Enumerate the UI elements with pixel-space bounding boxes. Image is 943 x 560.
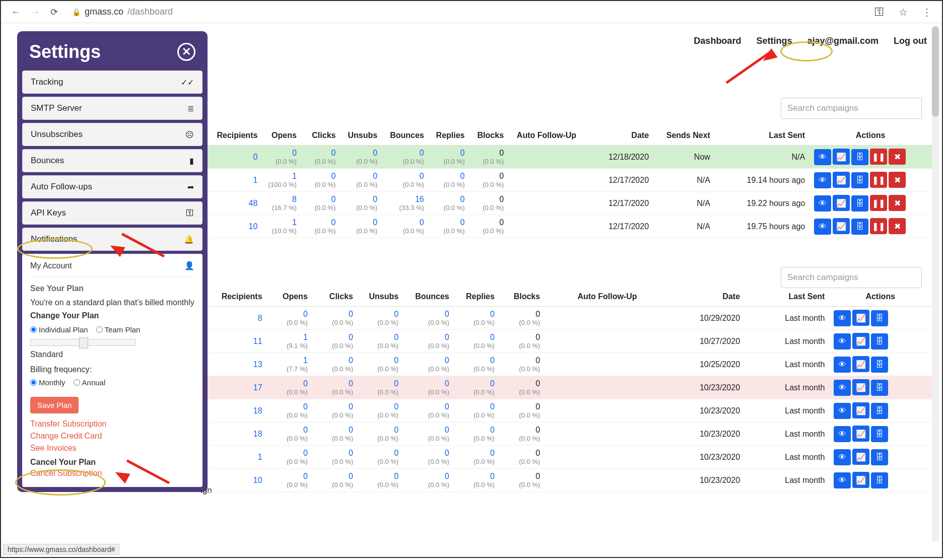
action-chart-icon[interactable]: 📈 xyxy=(833,195,850,211)
menu-icon[interactable]: ⋮ xyxy=(918,6,936,18)
action-delete-icon[interactable]: ✖ xyxy=(889,172,906,188)
my-account-section: My Account 👤 See Your Plan You're on a s… xyxy=(22,254,203,487)
nav-dashboard[interactable]: Dashboard xyxy=(694,36,741,46)
save-plan-button[interactable]: Save Plan xyxy=(30,397,79,413)
cancel-plan-head: Cancel Your Plan xyxy=(30,458,194,467)
action-chart-icon[interactable]: 📈 xyxy=(833,218,850,234)
settings-item-api-keys[interactable]: API Keys⚿ xyxy=(22,201,203,225)
action-pause-icon[interactable]: ❚❚ xyxy=(870,149,887,165)
plan-link-transfer-subscription[interactable]: Transfer Subscription xyxy=(30,419,194,429)
table-row[interactable]: 10(0.0 %)0(0.0 %)0(0.0 %)0(0.0 %)0(0.0 %… xyxy=(208,446,932,469)
search-campaigns-2[interactable]: Search campaigns xyxy=(781,267,922,288)
action-archive-icon[interactable]: 🗄 xyxy=(851,149,868,165)
annotation-circle-my-account xyxy=(17,239,93,259)
col-replies: Replies xyxy=(428,126,469,146)
action-eye-icon[interactable]: 👁 xyxy=(814,195,831,212)
table-row[interactable]: 170(0.0 %)0(0.0 %)0(0.0 %)0(0.0 %)0(0.0 … xyxy=(208,376,932,399)
action-archive-icon[interactable]: 🗄 xyxy=(871,472,888,488)
action-eye-icon[interactable]: 👁 xyxy=(834,426,851,442)
settings-item-icon: ⚿ xyxy=(186,208,194,218)
table-row[interactable]: 111(9.1 %)0(0.0 %)0(0.0 %)0(0.0 %)0(0.0 … xyxy=(208,330,932,353)
action-archive-icon[interactable]: 🗄 xyxy=(871,403,888,419)
action-archive-icon[interactable]: 🗄 xyxy=(871,333,888,349)
back-icon[interactable]: ← xyxy=(7,7,24,17)
table-row[interactable]: 100(0.0 %)0(0.0 %)0(0.0 %)0(0.0 %)0(0.0 … xyxy=(208,469,932,492)
table-row[interactable]: 80(0.0 %)0(0.0 %)0(0.0 %)0(0.0 %)0(0.0 %… xyxy=(208,307,932,330)
action-chart-icon[interactable]: 📈 xyxy=(833,149,850,165)
search-campaigns-1[interactable]: Search campaigns xyxy=(781,98,922,119)
action-eye-icon[interactable]: 👁 xyxy=(834,333,851,349)
action-eye-icon[interactable]: 👁 xyxy=(834,472,851,488)
action-chart-icon[interactable]: 📈 xyxy=(833,172,850,188)
action-delete-icon[interactable]: ✖ xyxy=(889,218,906,234)
action-archive-icon[interactable]: 🗄 xyxy=(871,310,888,326)
close-icon[interactable]: ✕ xyxy=(177,43,195,61)
action-archive-icon[interactable]: 🗄 xyxy=(851,219,868,235)
url-path: /dashboard xyxy=(127,7,173,17)
action-archive-icon[interactable]: 🗄 xyxy=(871,426,888,442)
radio-monthly[interactable]: Monthly xyxy=(30,378,65,387)
action-archive-icon[interactable]: 🗄 xyxy=(871,357,888,373)
action-chart-icon[interactable]: 📈 xyxy=(852,356,869,372)
radio-annual[interactable]: Annual xyxy=(74,378,106,387)
table-row[interactable]: 00(0.0 %)0(0.0 %)0(0.0 %)0(0.0 %)0(0.0 %… xyxy=(208,146,932,169)
url-bar[interactable]: 🔒 gmass.co/dashboard xyxy=(68,7,864,17)
action-eye-icon[interactable]: 👁 xyxy=(814,172,831,188)
table-row[interactable]: 488(16.7 %)0(0.0 %)0(0.0 %)16(33.3 %)0(0… xyxy=(208,192,932,215)
nav-logout[interactable]: Log out xyxy=(894,36,927,46)
table-row[interactable]: 131(7.7 %)0(0.0 %)0(0.0 %)0(0.0 %)0(0.0 … xyxy=(208,353,932,376)
reload-icon[interactable]: ⟳ xyxy=(46,7,62,17)
action-pause-icon[interactable]: ❚❚ xyxy=(870,218,887,234)
action-eye-icon[interactable]: 👁 xyxy=(834,310,851,326)
action-eye-icon[interactable]: 👁 xyxy=(834,403,851,419)
settings-item-bounces[interactable]: Bounces▮ xyxy=(22,149,203,172)
table-row[interactable]: 180(0.0 %)0(0.0 %)0(0.0 %)0(0.0 %)0(0.0 … xyxy=(208,423,932,446)
action-archive-icon[interactable]: 🗄 xyxy=(851,172,868,188)
settings-item-smtp-server[interactable]: SMTP Server≣ xyxy=(22,97,203,120)
action-chart-icon[interactable]: 📈 xyxy=(852,449,869,465)
col-bounces: Bounces xyxy=(381,126,428,146)
slider-thumb[interactable] xyxy=(79,337,88,348)
action-delete-icon[interactable]: ✖ xyxy=(889,149,906,165)
campaigns-table-1: RecipientsOpensClicksUnsubsBouncesReplie… xyxy=(208,126,932,238)
annotation-circle-cancel xyxy=(15,469,106,496)
table-row[interactable]: 101(10.0 %)0(0.0 %)0(0.0 %)0(0.0 %)0(0.0… xyxy=(208,215,932,238)
plan-description: You're on a standard plan that's billed … xyxy=(30,298,194,307)
col-actions: Actions xyxy=(809,126,932,146)
plan-slider[interactable] xyxy=(30,339,136,346)
action-chart-icon[interactable]: 📈 xyxy=(852,426,869,442)
action-archive-icon[interactable]: 🗄 xyxy=(871,449,888,465)
radio-team[interactable]: Team Plan xyxy=(96,325,141,334)
action-chart-icon[interactable]: 📈 xyxy=(852,310,869,326)
table-row[interactable]: 180(0.0 %)0(0.0 %)0(0.0 %)0(0.0 %)0(0.0 … xyxy=(208,399,932,423)
team-label: Team Plan xyxy=(105,325,141,334)
table-row[interactable]: 11(100.0 %)0(0.0 %)0(0.0 %)0(0.0 %)0(0.0… xyxy=(208,169,932,192)
action-chart-icon[interactable]: 📈 xyxy=(852,472,869,488)
action-eye-icon[interactable]: 👁 xyxy=(814,219,831,235)
action-chart-icon[interactable]: 📈 xyxy=(852,333,869,349)
settings-item-auto-follow-ups[interactable]: Auto Follow-ups➦ xyxy=(22,175,203,198)
action-pause-icon[interactable]: ❚❚ xyxy=(870,195,887,211)
action-eye-icon[interactable]: 👁 xyxy=(834,380,851,396)
action-eye-icon[interactable]: 👁 xyxy=(834,357,851,373)
action-archive-icon[interactable]: 🗄 xyxy=(851,195,868,212)
key-icon[interactable]: ⚿ xyxy=(870,6,889,18)
action-chart-icon[interactable]: 📈 xyxy=(852,402,869,418)
scrollbar-thumb[interactable] xyxy=(932,26,939,117)
action-chart-icon[interactable]: 📈 xyxy=(852,379,869,395)
star-icon[interactable]: ☆ xyxy=(895,6,912,18)
radio-individual[interactable]: Individual Plan xyxy=(30,325,88,334)
plan-link-see-invoices[interactable]: See Invoices xyxy=(30,444,194,453)
settings-item-icon: ➦ xyxy=(187,182,194,192)
action-eye-icon[interactable]: 👁 xyxy=(834,449,851,465)
action-eye-icon[interactable]: 👁 xyxy=(814,149,831,165)
my-account-toggle[interactable]: My Account 👤 xyxy=(30,261,194,277)
action-delete-icon[interactable]: ✖ xyxy=(889,195,906,211)
scrollbar[interactable] xyxy=(932,26,939,542)
action-archive-icon[interactable]: 🗄 xyxy=(871,380,888,396)
forward-icon[interactable]: → xyxy=(27,7,44,17)
settings-item-unsubscribes[interactable]: Unsubscribes☹ xyxy=(22,123,203,146)
action-pause-icon[interactable]: ❚❚ xyxy=(870,172,887,188)
plan-link-change-credit-card[interactable]: Change Credit Card xyxy=(30,432,194,441)
settings-item-tracking[interactable]: Tracking✓✓ xyxy=(22,71,203,94)
